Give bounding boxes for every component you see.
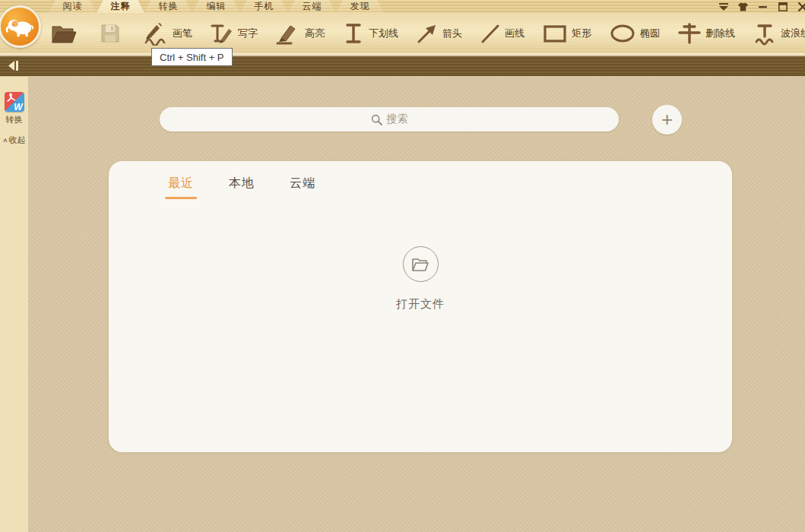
tool-label: 写字	[238, 27, 258, 40]
menu-tab-phone[interactable]: 手机	[240, 0, 288, 13]
tool-label: 高亮	[305, 27, 325, 40]
collapse-panel-button[interactable]	[6, 59, 21, 72]
plus-icon: +	[661, 109, 673, 129]
pdf-to-word-icon: W	[5, 92, 24, 112]
tool-label: 波浪线	[781, 27, 805, 40]
elephant-icon	[5, 13, 35, 40]
titlebar: 阅读 注释 转换 编辑 手机 云端 发现	[0, 0, 805, 13]
menu-tab-annotate[interactable]: 注释	[97, 0, 144, 13]
wavy-line-icon	[753, 21, 777, 46]
underline-tool-button[interactable]: 下划线	[342, 21, 398, 46]
line-tool-button[interactable]: 画线	[480, 22, 525, 45]
tab-label: 最近	[168, 176, 194, 192]
search-input[interactable]	[160, 107, 619, 131]
tab-label: 云端	[290, 176, 315, 192]
open-file-label: 打开文件	[396, 297, 445, 312]
panel-collapse-bar	[0, 56, 805, 76]
open-folder-icon	[50, 21, 78, 46]
tool-label: 画线	[505, 27, 525, 40]
tooltip-text: Ctrl + Shift + P	[160, 52, 224, 63]
library-tab-cloud[interactable]: 云端	[287, 176, 319, 199]
convert-label: 转换	[6, 114, 23, 125]
menu-tab-cloud[interactable]: 云端	[288, 0, 336, 13]
tool-label: 矩形	[572, 27, 591, 40]
main-area: 搜索 + 最近 本地 云端	[28, 77, 805, 532]
open-folder-outline-icon	[411, 257, 429, 272]
active-tab-underline	[165, 197, 197, 199]
hide-toolbar-icon[interactable]	[718, 2, 728, 11]
menu-tab-convert[interactable]: 转换	[144, 0, 192, 13]
shortcut-tooltip: Ctrl + Shift + P	[151, 48, 233, 66]
open-file-button[interactable]	[50, 21, 78, 46]
chevron-up-icon: ∧	[2, 137, 8, 144]
collapse-left-icon	[6, 59, 21, 72]
ellipse-tool-button[interactable]: 椭圆	[609, 22, 660, 45]
strikethrough-icon	[677, 21, 702, 46]
library-card: 最近 本地 云端 打开文件	[109, 161, 732, 452]
empty-state: 打开文件	[109, 246, 732, 312]
library-tab-recent[interactable]: 最近	[165, 176, 197, 199]
add-document-button[interactable]: +	[652, 105, 682, 135]
write-text-icon	[210, 21, 234, 46]
library-tab-bar: 最近 本地 云端	[109, 161, 732, 199]
menu-tab-discover[interactable]: 发现	[336, 0, 384, 13]
window-controls	[718, 0, 805, 13]
brush-tool-button[interactable]: 画笔	[141, 21, 192, 46]
rectangle-tool-button[interactable]: 矩形	[542, 22, 591, 45]
search-bar: 搜索	[160, 107, 619, 131]
minimize-icon[interactable]	[758, 2, 768, 11]
library-tab-local[interactable]: 本地	[226, 176, 258, 199]
strikethrough-tool-button[interactable]: 删除线	[677, 21, 735, 46]
skin-theme-icon[interactable]	[738, 2, 748, 11]
sidebar-collapse-button[interactable]: ∧ 收起	[2, 135, 25, 146]
tool-label: 箭头	[442, 27, 462, 40]
sidebar-item-convert[interactable]: W 转换	[5, 92, 24, 125]
tab-label: 本地	[229, 176, 255, 192]
annotation-toolbar: 画笔 写字 高亮 下划线 箭头 画线	[0, 13, 805, 55]
app-logo[interactable]	[0, 5, 41, 48]
menu-tab-bar: 阅读 注释 转换 编辑 手机 云端 发现	[49, 0, 384, 13]
save-icon	[99, 22, 122, 45]
word-letter: W	[14, 103, 22, 112]
close-icon[interactable]	[797, 2, 805, 11]
tool-label: 删除线	[705, 27, 735, 40]
wavy-line-tool-button[interactable]: 波浪线	[753, 21, 805, 46]
app-window: { "menu": { "tabs": [ { "label": "阅读", "…	[0, 0, 805, 532]
tool-label: 下划线	[369, 27, 398, 40]
tool-label: 画笔	[173, 27, 192, 40]
open-file-circle-button[interactable]	[403, 246, 439, 282]
sidebar-collapse-label: 收起	[9, 135, 26, 146]
draw-line-icon	[480, 22, 501, 45]
arrow-icon	[416, 22, 439, 45]
ellipse-icon	[609, 22, 636, 45]
highlight-tool-button[interactable]: 高亮	[275, 21, 325, 46]
write-tool-button[interactable]: 写字	[210, 21, 258, 46]
save-button[interactable]	[99, 22, 122, 45]
maximize-icon[interactable]	[778, 2, 788, 11]
menu-tab-edit[interactable]: 编辑	[192, 0, 240, 13]
brush-icon	[141, 21, 169, 46]
menu-tab-read[interactable]: 阅读	[49, 0, 97, 13]
highlight-icon	[275, 21, 301, 46]
left-sidebar: W 转换 ∧ 收起	[0, 77, 28, 532]
underline-icon	[342, 21, 365, 46]
tool-label: 椭圆	[640, 27, 660, 40]
rectangle-icon	[542, 22, 568, 45]
arrow-tool-button[interactable]: 箭头	[416, 22, 462, 45]
